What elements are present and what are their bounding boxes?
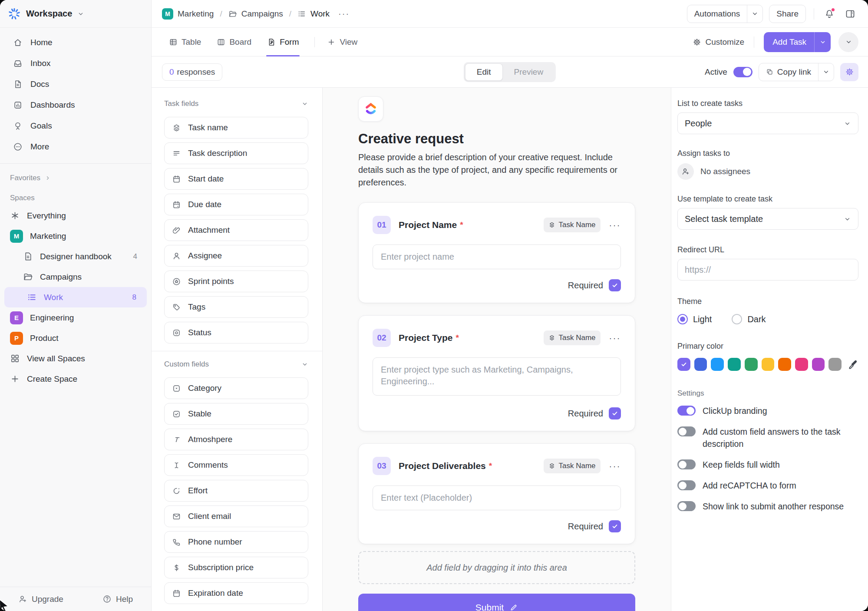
notifications-button[interactable] xyxy=(822,7,837,21)
field-label[interactable]: Project Deliverables xyxy=(399,461,486,471)
field-menu-button[interactable]: ··· xyxy=(609,333,621,343)
required-checkbox[interactable] xyxy=(609,407,621,419)
automations-button[interactable]: Automations xyxy=(687,5,763,23)
template-select[interactable]: Select task template xyxy=(677,208,858,230)
color-swatch[interactable] xyxy=(728,358,741,371)
sidebar-item-everything[interactable]: Everything xyxy=(0,205,151,226)
add-view-button[interactable]: View xyxy=(327,28,357,56)
copy-link-dropdown[interactable] xyxy=(818,63,834,81)
field-pill-client-email[interactable]: Client email xyxy=(164,505,308,527)
field-pill-task-name[interactable]: Task name xyxy=(164,117,308,139)
form-settings-button[interactable] xyxy=(840,63,858,81)
sidebar-item-marketing[interactable]: M Marketing xyxy=(0,226,151,246)
help-button[interactable]: Help xyxy=(102,594,133,604)
sidebar-item-designer-handbook[interactable]: Designer handbook 4 xyxy=(0,246,151,267)
sidebar-item-product[interactable]: P Product xyxy=(0,328,151,348)
field-pill-task-description[interactable]: Task description xyxy=(164,142,308,164)
sidebar-item-inbox[interactable]: Inbox xyxy=(0,53,151,74)
workspace-switcher[interactable]: Workspace xyxy=(0,0,151,28)
field-pill-subscription-price[interactable]: Subscription price xyxy=(164,557,308,578)
sidebar-item-create-space[interactable]: Create Space xyxy=(0,369,151,389)
list-select[interactable]: People xyxy=(677,112,858,134)
upgrade-button[interactable]: Upgrade xyxy=(18,594,63,604)
sidebar-item-goals[interactable]: Goals xyxy=(0,116,151,136)
field-label[interactable]: Project Name xyxy=(399,220,457,230)
add-assignee-avatar[interactable] xyxy=(677,163,694,180)
form-logo[interactable] xyxy=(358,96,383,122)
color-swatch[interactable] xyxy=(812,358,825,371)
field-pill-atmoshpere[interactable]: Atmoshpere xyxy=(164,429,308,450)
add-task-dropdown[interactable] xyxy=(814,32,831,52)
field-pill-tags[interactable]: Tags xyxy=(164,296,308,318)
sidebar-item-home[interactable]: Home xyxy=(0,32,151,53)
breadcrumb-more-button[interactable]: ··· xyxy=(338,9,350,19)
tab-table[interactable]: Table xyxy=(169,28,201,56)
mapped-field-badge[interactable]: Task Name xyxy=(544,330,600,345)
field-label[interactable]: Project Type xyxy=(399,333,452,343)
tab-board[interactable]: Board xyxy=(217,28,251,56)
color-swatch[interactable] xyxy=(778,358,791,371)
sidebar-item-view-all-spaces[interactable]: View all Spaces xyxy=(0,348,151,369)
form-active-toggle[interactable] xyxy=(733,67,752,77)
custom-fields-header[interactable]: Custom fields xyxy=(164,358,308,371)
preview-tab[interactable]: Preview xyxy=(503,63,555,81)
field-pill-category[interactable]: Category xyxy=(164,377,308,399)
field-pill-phone-number[interactable]: Phone number xyxy=(164,531,308,553)
mapped-field-badge[interactable]: Task Name xyxy=(544,218,600,232)
field-pill-sprint-points[interactable]: Sprint points xyxy=(164,271,308,292)
sidebar-item-dashboards[interactable]: Dashboards xyxy=(0,95,151,116)
custom-field-answers-toggle[interactable] xyxy=(677,426,696,436)
sidebar-item-work[interactable]: Work 8 xyxy=(4,287,147,307)
full-width-toggle[interactable] xyxy=(677,459,696,469)
color-swatch[interactable] xyxy=(711,358,724,371)
project-name-input[interactable] xyxy=(373,244,621,269)
field-pill-attachment[interactable]: Attachment xyxy=(164,219,308,241)
color-swatch[interactable] xyxy=(745,358,758,371)
mapped-field-badge[interactable]: Task Name xyxy=(544,459,600,473)
resubmit-link-toggle[interactable] xyxy=(677,501,696,511)
breadcrumb-current[interactable]: Work xyxy=(310,9,330,19)
required-checkbox[interactable] xyxy=(609,279,621,291)
sidebar-item-docs[interactable]: Docs xyxy=(0,74,151,95)
project-deliverables-input[interactable] xyxy=(373,485,621,510)
theme-dark-radio[interactable] xyxy=(732,314,742,324)
task-fields-header[interactable]: Task fields xyxy=(164,97,308,110)
field-pill-due-date[interactable]: Due date xyxy=(164,194,308,215)
required-checkbox[interactable] xyxy=(609,520,621,532)
sidebar-item-campaigns[interactable]: Campaigns xyxy=(0,267,151,287)
color-swatch[interactable] xyxy=(762,358,775,371)
toggle-panel-button[interactable] xyxy=(843,7,858,21)
tab-form[interactable]: Form xyxy=(267,28,299,56)
clickup-branding-toggle[interactable] xyxy=(677,406,696,416)
favorites-section[interactable]: Favorites xyxy=(0,171,151,185)
assignees-row[interactable]: No assignees xyxy=(677,163,858,180)
breadcrumb-folder[interactable]: Campaigns xyxy=(241,9,283,19)
color-swatch[interactable] xyxy=(828,358,842,371)
color-swatch[interactable] xyxy=(694,358,707,371)
recaptcha-toggle[interactable] xyxy=(677,480,696,490)
copy-link-button[interactable]: Copy link xyxy=(759,63,834,81)
field-pill-effort[interactable]: Effort xyxy=(164,480,308,502)
field-pill-comments[interactable]: Comments xyxy=(164,454,308,476)
color-swatch[interactable] xyxy=(795,358,808,371)
submit-button[interactable]: Submit xyxy=(358,594,635,611)
field-drop-zone[interactable]: Add field by dragging it into this area xyxy=(358,551,635,584)
field-pill-expiration-date[interactable]: Expiration date xyxy=(164,582,308,604)
project-type-input[interactable] xyxy=(373,357,621,396)
edit-tab[interactable]: Edit xyxy=(465,63,503,81)
field-pill-stable[interactable]: Stable xyxy=(164,403,308,425)
form-description[interactable]: Please provide a brief description of yo… xyxy=(358,151,635,189)
theme-light-label[interactable]: Light xyxy=(693,314,712,324)
responses-counter[interactable]: 0 responses xyxy=(162,63,222,81)
automations-dropdown[interactable] xyxy=(747,5,762,23)
collapse-header-button[interactable] xyxy=(838,32,858,52)
field-pill-assignee[interactable]: Assignee xyxy=(164,245,308,267)
field-menu-button[interactable]: ··· xyxy=(609,461,621,471)
field-pill-status[interactable]: Status xyxy=(164,322,308,343)
eyedropper-icon[interactable] xyxy=(847,359,858,370)
sidebar-item-engineering[interactable]: E Engineering xyxy=(0,307,151,328)
field-pill-start-date[interactable]: Start date xyxy=(164,168,308,190)
theme-dark-label[interactable]: Dark xyxy=(747,314,766,324)
color-swatch-selected[interactable] xyxy=(677,358,690,371)
breadcrumb-space[interactable]: Marketing xyxy=(178,9,214,19)
